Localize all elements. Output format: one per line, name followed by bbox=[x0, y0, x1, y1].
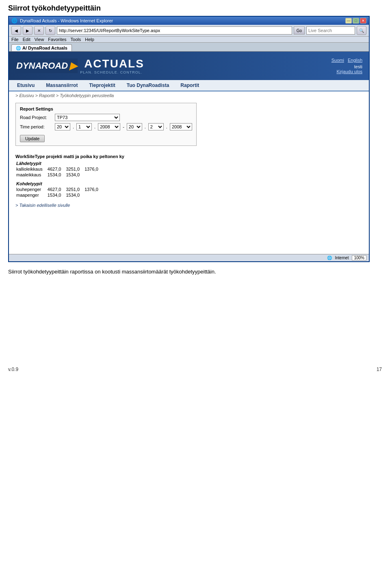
user-info: testi bbox=[329, 64, 362, 69]
close-button[interactable]: ✕ bbox=[360, 18, 366, 24]
time-period-row: Time period: 20 . 1 . 2008 - 20 bbox=[20, 123, 192, 130]
stop-button[interactable]: ✕ bbox=[34, 26, 44, 35]
menu-file[interactable]: File bbox=[11, 37, 19, 42]
target-row2-v3 bbox=[84, 192, 102, 198]
table-row: maapenger 1534,0 1534,0 bbox=[15, 192, 102, 198]
zoom-level: 100% bbox=[352, 255, 366, 260]
tab-label: A/ DynaRoad Actuals bbox=[22, 46, 67, 50]
page-number: 17 bbox=[377, 367, 382, 372]
target-row2-v2: 1534,0 bbox=[65, 192, 84, 198]
to-month-select[interactable]: 2 bbox=[148, 123, 164, 130]
search-button[interactable]: 🔍 bbox=[357, 26, 366, 35]
back-link[interactable]: > Takaisin edelliselle sivulle bbox=[15, 203, 362, 208]
source-row2-v2: 1534,0 bbox=[65, 172, 84, 178]
internet-label: Internet bbox=[335, 256, 349, 260]
report-section: WorkSiteType projekti matti ja poika ky … bbox=[15, 154, 362, 208]
app-header: DYNAROAD ▶ ACTUALS PLAN. SCHEDULE. CONTR… bbox=[9, 52, 369, 80]
target-row2-name: maapenger bbox=[15, 192, 47, 198]
back-button[interactable]: ◀ bbox=[11, 26, 21, 35]
browser-title-text: DynaRoad Actuals - Windows Internet Expl… bbox=[20, 18, 113, 23]
from-day-select[interactable]: 20 bbox=[55, 123, 70, 130]
report-settings-box: Report Settings Road Project: TP73 Time … bbox=[15, 103, 197, 146]
lang-links: Suomi English bbox=[329, 58, 362, 63]
logo-arrow-icon: ▶ bbox=[69, 60, 77, 72]
browser-menu: File Edit View Favorites Tools Help bbox=[9, 37, 369, 43]
source-row1-v2: 3251,0 bbox=[65, 166, 84, 172]
search-input[interactable] bbox=[306, 26, 355, 35]
to-year-select[interactable]: 2008 bbox=[170, 123, 192, 130]
menu-tools[interactable]: Tools bbox=[71, 37, 81, 42]
source-row1-v1: 4627,0 bbox=[47, 166, 65, 172]
report-table: Lähdetyypit kallioleikkaus 4627,0 3251,0… bbox=[15, 161, 102, 198]
source-row2-name: maaleikkaus bbox=[15, 172, 47, 178]
app-nav: Etusivu Massansiirrot Tieprojektit Tuo D… bbox=[9, 80, 369, 91]
browser-tab-active[interactable]: 🌐 A/ DynaRoad Actuals bbox=[11, 44, 72, 51]
logo-tagline-text: PLAN. SCHEDULE. CONTROL. bbox=[80, 70, 144, 74]
username: testi bbox=[354, 64, 362, 69]
road-project-row: Road Project: TP73 bbox=[20, 114, 192, 121]
source-row1-name: kallioleikkaus bbox=[15, 166, 47, 172]
go-button[interactable]: Go bbox=[294, 26, 305, 35]
update-button[interactable]: Update bbox=[20, 135, 45, 142]
logo-name-text: DYNAROAD bbox=[16, 61, 68, 71]
nav-tieprojektit[interactable]: Tieprojektit bbox=[87, 82, 117, 89]
page-heading: Siirrot työkohdetyypeittäin bbox=[0, 0, 390, 16]
logo-right: ACTUALS PLAN. SCHEDULE. CONTROL. bbox=[78, 57, 144, 74]
maximize-button[interactable]: □ bbox=[353, 18, 359, 24]
forward-button[interactable]: ▶ bbox=[23, 26, 32, 35]
internet-icon: 🌐 bbox=[327, 256, 332, 260]
source-row1-v3: 1376,0 bbox=[84, 166, 102, 172]
browser-status: 🌐 Internet 100% bbox=[9, 254, 369, 261]
source-types-header: Lähdetyypit bbox=[15, 161, 102, 166]
dot2: . bbox=[94, 124, 95, 129]
report-settings-title: Report Settings bbox=[20, 106, 192, 111]
browser-title-bar: 🌐 DynaRoad Actuals - Windows Internet Ex… bbox=[9, 17, 369, 25]
menu-help[interactable]: Help bbox=[85, 37, 94, 42]
app-logo: DYNAROAD ▶ ACTUALS PLAN. SCHEDULE. CONTR… bbox=[15, 57, 144, 74]
main-content: Report Settings Road Project: TP73 Time … bbox=[9, 100, 369, 254]
footer: v.0.9 17 bbox=[0, 362, 390, 376]
from-month-select[interactable]: 1 bbox=[76, 123, 92, 130]
target-row2-v1: 1534,0 bbox=[47, 192, 65, 198]
bottom-description: Siirrot työkohdetyypeittäin raportissa o… bbox=[0, 262, 244, 281]
target-types-header: Kohdetyypit bbox=[15, 181, 102, 187]
app-content: DYNAROAD ▶ ACTUALS PLAN. SCHEDULE. CONTR… bbox=[9, 51, 369, 261]
dot4: . bbox=[166, 124, 167, 129]
lang-english[interactable]: English bbox=[348, 58, 362, 63]
header-right: Suomi English testi Kirjaudu ulos bbox=[329, 58, 362, 74]
menu-view[interactable]: View bbox=[35, 37, 44, 42]
nav-tuo-dynaroadista[interactable]: Tuo DynaRoadista bbox=[125, 82, 171, 89]
road-project-label: Road Project: bbox=[20, 115, 52, 120]
browser-controls: — □ ✕ bbox=[345, 18, 366, 24]
road-project-select[interactable]: TP73 bbox=[55, 114, 120, 121]
from-year-select[interactable]: 2008 bbox=[98, 123, 120, 130]
target-row1-name: louhepenger bbox=[15, 187, 47, 192]
target-row1-v1: 4627,0 bbox=[47, 187, 65, 192]
nav-etusivu[interactable]: Etusivu bbox=[15, 82, 36, 89]
nav-massansiirrot[interactable]: Massansiirrot bbox=[44, 82, 79, 89]
target-row1-v3: 1376,0 bbox=[84, 187, 102, 192]
time-period-label: Time period: bbox=[20, 124, 52, 129]
dot3: . bbox=[145, 124, 146, 129]
logout-link[interactable]: Kirjaudu ulos bbox=[329, 69, 362, 74]
source-row2-v1: 1534,0 bbox=[47, 172, 65, 178]
lang-suomi[interactable]: Suomi bbox=[332, 58, 344, 63]
menu-edit[interactable]: Edit bbox=[23, 37, 30, 42]
table-row: kallioleikkaus 4627,0 3251,0 1376,0 bbox=[15, 166, 102, 172]
to-day-select[interactable]: 20 bbox=[127, 123, 142, 130]
table-row: louhepenger 4627,0 3251,0 1376,0 bbox=[15, 187, 102, 192]
minimize-button[interactable]: — bbox=[345, 18, 352, 24]
menu-favorites[interactable]: Favorites bbox=[48, 37, 66, 42]
table-row: maaleikkaus 1534,0 1534,0 bbox=[15, 172, 102, 178]
dot1: . bbox=[73, 124, 74, 129]
date-separator: - bbox=[123, 124, 124, 129]
refresh-button[interactable]: ↻ bbox=[46, 26, 55, 35]
browser-icon: 🌐 bbox=[11, 18, 17, 24]
browser-window: 🌐 DynaRoad Actuals - Windows Internet Ex… bbox=[8, 16, 370, 262]
report-title: WorkSiteType projekti matti ja poika ky … bbox=[15, 154, 362, 159]
browser-toolbar: ◀ ▶ ✕ ↻ Go 🔍 bbox=[9, 25, 369, 37]
address-bar[interactable] bbox=[57, 26, 292, 35]
nav-raportit[interactable]: Raportit bbox=[179, 82, 201, 89]
browser-title-left: 🌐 DynaRoad Actuals - Windows Internet Ex… bbox=[11, 18, 113, 24]
status-right: 🌐 Internet 100% bbox=[327, 255, 367, 260]
